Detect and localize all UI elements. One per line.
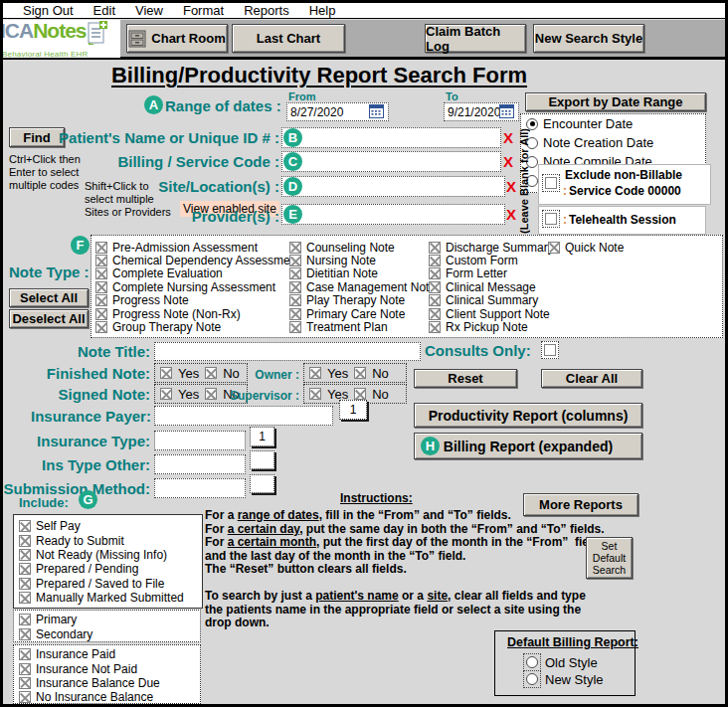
include-checkbox[interactable]	[19, 614, 31, 625]
include-item-label: Manually Marked Submitted	[36, 591, 184, 605]
include-checkbox[interactable]	[19, 648, 31, 660]
insurance-type-label: Insurance Type:	[31, 433, 150, 449]
include-checkbox[interactable]	[19, 549, 31, 561]
exclude-nonbillable-box: Exclude non-Billable : Service Code 0000…	[538, 164, 711, 205]
note-type-checkbox[interactable]	[429, 267, 441, 279]
owner-no-checkbox[interactable]	[354, 367, 366, 379]
include-checkbox[interactable]	[19, 628, 31, 640]
note-type-checkbox[interactable]	[429, 308, 441, 320]
include-checkbox[interactable]	[19, 578, 31, 590]
clear-all-button[interactable]: Clear All	[541, 369, 642, 388]
note-type-checkbox[interactable]	[289, 242, 301, 254]
more-reports-button[interactable]: More Reports	[523, 493, 638, 516]
submission-method-button[interactable]	[250, 474, 274, 493]
note-type-checkbox[interactable]	[429, 294, 441, 306]
menu-item[interactable]: Format	[183, 3, 224, 18]
note-type-checkbox[interactable]	[548, 242, 560, 254]
include-item-label: Secondary	[36, 627, 92, 641]
new-search-style-button[interactable]: New Search Style	[533, 24, 644, 53]
include-checkbox[interactable]	[19, 535, 31, 547]
new-style-radio[interactable]	[523, 670, 541, 688]
menu-item[interactable]: Reports	[244, 3, 289, 18]
note-type-checkbox[interactable]	[95, 321, 107, 333]
note-type-checkbox[interactable]	[289, 281, 301, 293]
submission-method-input[interactable]	[154, 478, 246, 498]
consults-only-checkbox[interactable]	[541, 341, 559, 359]
note-type-checkbox[interactable]	[289, 321, 301, 333]
note-type-checkbox[interactable]	[289, 267, 301, 279]
owner-yes-checkbox[interactable]	[309, 367, 321, 379]
calendar-icon[interactable]	[369, 104, 384, 122]
note-type-checkbox[interactable]	[95, 255, 107, 266]
note-type-checkbox[interactable]	[429, 281, 441, 293]
supervisor-yes-checkbox[interactable]	[309, 388, 321, 400]
note-type-checkbox[interactable]	[95, 294, 107, 306]
insurance-type-count-button[interactable]: 1	[250, 427, 274, 446]
note-type-checkbox[interactable]	[289, 294, 301, 306]
note-title-input[interactable]	[154, 342, 421, 361]
include-checkbox[interactable]	[19, 592, 31, 604]
owner-yn: Yes No	[303, 363, 407, 383]
telehealth-checkbox[interactable]	[542, 210, 560, 228]
note-type-item-label: Group Therapy Note	[112, 320, 221, 334]
menu-item[interactable]: Edit	[93, 3, 115, 18]
billing-report-button[interactable]: H Billing Report (expanded)	[414, 433, 642, 459]
select-all-button[interactable]: Select All	[9, 288, 89, 307]
claim-batch-log-button[interactable]: Claim Batch Log	[425, 24, 526, 53]
set-default-search-button[interactable]: Set Default Search	[586, 537, 633, 579]
reset-button[interactable]: Reset	[414, 369, 517, 388]
note-type-checkbox[interactable]	[289, 308, 301, 320]
note-type-checkbox[interactable]	[289, 255, 301, 266]
menu-item[interactable]: View	[135, 3, 163, 18]
old-style-label: Old Style	[545, 655, 598, 670]
chart-room-button[interactable]: Chart Room	[126, 24, 228, 53]
exclude-nonbillable-checkbox[interactable]	[542, 174, 560, 192]
billing-code-input[interactable]	[281, 151, 501, 172]
note-type-checkbox[interactable]	[95, 281, 107, 293]
clear-provider-x[interactable]: X	[506, 206, 516, 223]
finished-no-checkbox[interactable]	[205, 367, 217, 379]
supervisor-no-checkbox[interactable]	[354, 388, 366, 400]
note-type-col2: Counseling NoteNursing NoteDietitian Not…	[289, 241, 436, 334]
no-label: No	[223, 366, 240, 381]
no-label: No	[372, 366, 389, 381]
export-by-date-range-button[interactable]: Export by Date Range	[525, 92, 706, 111]
menu-item[interactable]: Help	[309, 3, 336, 18]
note-type-checkbox[interactable]	[429, 242, 441, 254]
insurance-type-input[interactable]	[154, 431, 246, 450]
note-type-checkbox[interactable]	[95, 242, 107, 254]
include-checkbox[interactable]	[19, 663, 31, 675]
count-label: 1	[350, 403, 357, 417]
productivity-report-button[interactable]: Productivity Report (columns)	[414, 403, 642, 428]
include-checkbox[interactable]	[19, 691, 31, 703]
clear-patient-x[interactable]: X	[503, 129, 513, 146]
old-style-radio[interactable]	[523, 653, 541, 671]
signed-yes-checkbox[interactable]	[160, 388, 172, 400]
note-type-checkbox[interactable]	[95, 267, 107, 279]
ins-type-other-input[interactable]	[154, 454, 246, 474]
deselect-all-button[interactable]: Deselect All	[9, 309, 89, 328]
insurance-payer-count-button[interactable]: 1	[339, 400, 367, 420]
providers-input[interactable]	[281, 204, 505, 225]
last-chart-button[interactable]: Last Chart	[232, 24, 345, 53]
note-type-checkbox[interactable]	[95, 308, 107, 320]
finished-yes-checkbox[interactable]	[160, 367, 172, 379]
ins-type-other-button[interactable]	[250, 450, 274, 469]
note-type-checkbox[interactable]	[429, 255, 441, 266]
note-type-checkbox[interactable]	[429, 321, 441, 333]
include-checkbox[interactable]	[19, 520, 31, 532]
clear-billing-x[interactable]: X	[503, 153, 513, 170]
menu-item[interactable]: Sign Out	[23, 3, 74, 18]
note-type-box: Pre-Admission AssessmentChemical Depende…	[91, 235, 723, 338]
insurance-payer-input[interactable]	[154, 406, 333, 426]
telehealth-box: : Telehealth Session	[538, 206, 706, 235]
set-default-search-label: Set Default Search	[589, 540, 630, 576]
signed-no-checkbox[interactable]	[205, 388, 217, 400]
site-location-input[interactable]	[281, 176, 505, 197]
calendar-icon[interactable]	[499, 104, 514, 122]
patient-name-input[interactable]	[281, 127, 501, 148]
note-type-item-label: Case Management Note	[306, 280, 436, 294]
include-checkbox[interactable]	[19, 563, 31, 575]
include-checkbox[interactable]	[19, 677, 31, 689]
clear-site-x[interactable]: X	[506, 178, 516, 195]
